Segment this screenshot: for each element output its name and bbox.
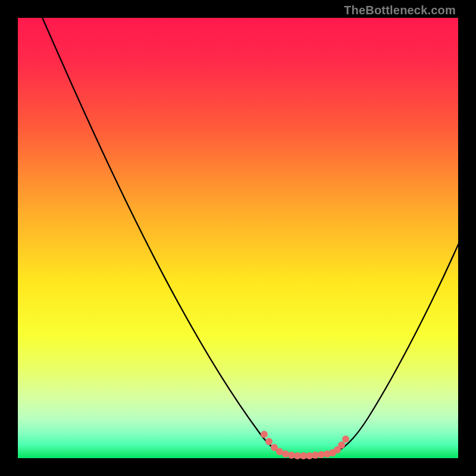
plot-area xyxy=(18,18,458,458)
highlight-dots-group xyxy=(261,431,349,459)
curve-overlay xyxy=(18,18,458,458)
highlight-dot xyxy=(342,436,349,443)
highlight-dot xyxy=(282,450,289,458)
chart-frame: TheBottleneck.com xyxy=(0,0,476,476)
curve-left xyxy=(39,11,289,455)
curve-right xyxy=(330,238,461,454)
highlight-dot xyxy=(261,431,268,438)
highlight-dot xyxy=(265,438,273,445)
highlight-dot xyxy=(338,441,345,449)
source-label: TheBottleneck.com xyxy=(344,4,456,17)
